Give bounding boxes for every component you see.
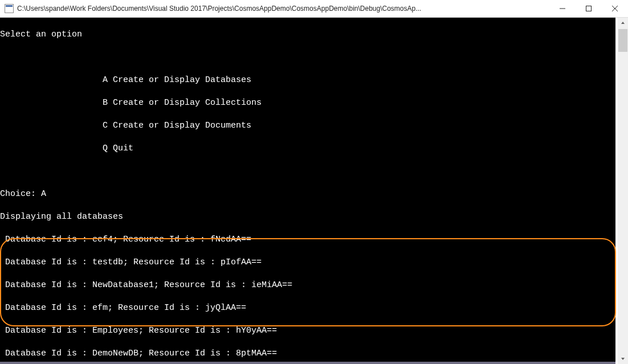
scroll-up-button[interactable]: [618, 18, 628, 28]
app-icon: [5, 4, 14, 13]
console-line: Displaying all databases: [0, 211, 615, 223]
window-title: C:\Users\spande\Work Folders\Documents\V…: [17, 5, 549, 13]
close-button[interactable]: [602, 0, 628, 18]
menu-option-a: A Create or Display Databases: [0, 75, 615, 86]
svg-marker-4: [621, 22, 625, 24]
menu-option-q: Q Quit: [0, 143, 615, 154]
bottom-edge: [0, 362, 615, 364]
console-output[interactable]: Select an option A Create or Display Dat…: [0, 18, 615, 364]
close-icon: [612, 6, 618, 11]
minimize-icon: [560, 6, 565, 11]
db-line: Database Id is : testdb; Resource Id is …: [0, 257, 615, 268]
svg-marker-5: [621, 358, 625, 360]
minimize-button[interactable]: [549, 0, 576, 18]
scrollbar-thumb[interactable]: [618, 29, 627, 52]
chevron-up-icon: [621, 21, 625, 25]
chevron-down-icon: [621, 357, 625, 361]
db-line: Database Id is : Employees; Resource Id …: [0, 325, 615, 337]
choice-line: Choice: A: [0, 189, 615, 200]
scrollbar-track[interactable]: [618, 28, 628, 354]
client-area: Select an option A Create or Display Dat…: [0, 18, 628, 364]
db-line: Database Id is : NewDatabase1; Resource …: [0, 280, 615, 291]
console-line: Select an option: [0, 29, 615, 40]
maximize-icon: [586, 6, 592, 11]
menu-option-b: B Create or Display Collections: [0, 97, 615, 109]
console-line: [0, 52, 615, 63]
window-titlebar: C:\Users\spande\Work Folders\Documents\V…: [0, 0, 628, 18]
scroll-down-button[interactable]: [618, 354, 628, 364]
console-line: [0, 166, 615, 177]
svg-rect-1: [586, 6, 592, 11]
db-line: Database Id is : ecf4; Resource Id is : …: [0, 234, 615, 246]
maximize-button[interactable]: [576, 0, 602, 18]
menu-option-c: C Create or Display Documents: [0, 120, 615, 132]
db-line: Database Id is : efm; Resource Id is : j…: [0, 302, 615, 314]
vertical-scrollbar[interactable]: [618, 18, 628, 364]
db-line: Database Id is : DemoNewDB; Resource Id …: [0, 348, 615, 359]
